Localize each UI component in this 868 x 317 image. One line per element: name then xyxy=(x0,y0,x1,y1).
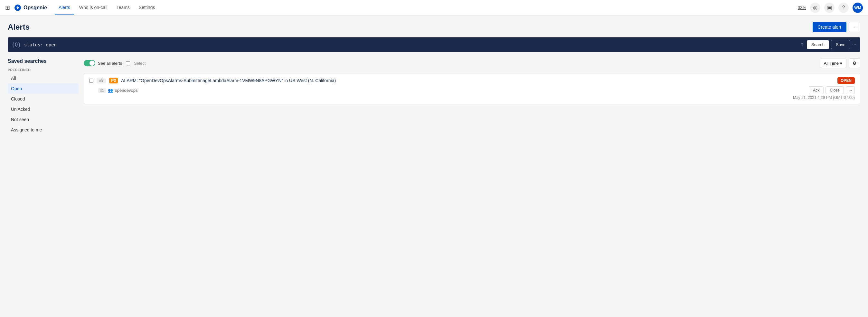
header-actions: Create alert ··· xyxy=(813,22,861,32)
see-all-alerts-label: See all alerts xyxy=(98,61,122,66)
page-title: Alerts xyxy=(8,23,30,32)
see-all-alerts-toggle[interactable] xyxy=(84,60,95,66)
alert-row-bottom: x1 👥 opendevops Ack Close ··· xyxy=(89,86,855,94)
alert-more-button[interactable]: ··· xyxy=(846,86,855,94)
alert-toolbar: See all alerts Select All Time ▾ ⚙ xyxy=(84,56,860,70)
nav-links: Alerts Who is on-call Teams Settings xyxy=(55,0,798,15)
search-button[interactable]: Search xyxy=(807,40,829,49)
search-more-button[interactable]: ··· xyxy=(852,42,857,48)
header-more-button[interactable]: ··· xyxy=(849,22,860,32)
predefined-label: PREDEFINED xyxy=(8,68,79,72)
select-label: Select xyxy=(134,61,146,66)
alert-row-top: #9 P3 ALARM: "OpenDevOpsAlarms-SubmitIma… xyxy=(89,77,855,84)
save-search-button[interactable]: Save xyxy=(831,40,850,49)
alert-team: x1 👥 opendevops xyxy=(98,88,137,93)
sidebar-item-closed[interactable]: Closed xyxy=(8,94,79,104)
repeat-badge: x1 xyxy=(98,88,106,93)
nav-oncall[interactable]: Who is on-call xyxy=(75,0,112,15)
alert-priority-badge: P3 xyxy=(109,78,118,83)
filter-button[interactable]: ⚙ xyxy=(849,58,860,68)
logo[interactable]: Opsgenie xyxy=(14,4,47,11)
alert-timestamp: May 21, 2021 4:29 PM (GMT-07:00) xyxy=(89,95,855,100)
user-avatar[interactable]: WM xyxy=(852,3,863,13)
search-help-icon[interactable]: ? xyxy=(801,42,804,47)
chevron-down-icon: ▾ xyxy=(840,61,842,66)
sidebar-item-assigned-to-me[interactable]: Assigned to me xyxy=(8,125,79,135)
alert-checkbox[interactable] xyxy=(89,79,93,83)
toolbar-right: All Time ▾ ⚙ xyxy=(820,58,860,68)
main-container: Alerts Create alert ··· {Q} ? Search Sav… xyxy=(0,16,868,317)
select-all-checkbox[interactable] xyxy=(126,61,130,65)
opsgenie-logo-icon xyxy=(14,4,22,11)
create-alert-button[interactable]: Create alert xyxy=(813,22,846,32)
help-icon-btn[interactable]: ? xyxy=(838,3,849,13)
sidebar-item-not-seen[interactable]: Not seen xyxy=(8,114,79,125)
query-icon: {Q} xyxy=(11,41,21,48)
top-navigation: ⊞ Opsgenie Alerts Who is on-call Teams S… xyxy=(0,0,868,16)
topnav-right: 33% ◎ ▣ ? WM xyxy=(798,3,863,13)
saved-searches-title: Saved searches xyxy=(8,58,79,64)
alert-title[interactable]: ALARM: "OpenDevOpsAlarms-SubmitImageLamb… xyxy=(121,78,834,83)
content-area: Saved searches PREDEFINED All Open Close… xyxy=(0,56,868,317)
time-filter-label: All Time xyxy=(824,61,839,66)
team-icon: 👥 xyxy=(108,88,113,93)
compass-icon-btn[interactable]: ◎ xyxy=(810,3,820,13)
ack-button[interactable]: Ack xyxy=(809,86,824,94)
logo-text: Opsgenie xyxy=(24,5,47,11)
sidebar-item-all[interactable]: All xyxy=(8,73,79,83)
close-alert-button[interactable]: Close xyxy=(826,86,844,94)
sidebar-item-unacked[interactable]: Un'Acked xyxy=(8,104,79,114)
page-header: Alerts Create alert ··· xyxy=(0,16,868,37)
sidebar: Saved searches PREDEFINED All Open Close… xyxy=(8,56,79,317)
alert-number: #9 xyxy=(97,78,106,83)
search-input[interactable] xyxy=(24,42,801,47)
alert-list-area: See all alerts Select All Time ▾ ⚙ xyxy=(84,56,860,317)
sidebar-item-open[interactable]: Open xyxy=(8,83,79,94)
nav-settings[interactable]: Settings xyxy=(135,0,159,15)
svg-point-1 xyxy=(17,7,19,9)
alert-status-badge: OPEN xyxy=(837,77,855,84)
search-bar: {Q} ? Search Save ··· xyxy=(8,37,860,52)
nav-alerts[interactable]: Alerts xyxy=(55,0,74,15)
toolbar-left: See all alerts Select xyxy=(84,60,146,66)
percent-link[interactable]: 33% xyxy=(798,5,806,10)
time-filter-dropdown[interactable]: All Time ▾ xyxy=(820,59,846,68)
team-name[interactable]: opendevops xyxy=(115,88,138,93)
toggle-container: See all alerts xyxy=(84,60,122,66)
notification-icon-btn[interactable]: ▣ xyxy=(824,3,835,13)
alert-card: #9 P3 ALARM: "OpenDevOpsAlarms-SubmitIma… xyxy=(84,73,860,104)
grid-icon[interactable]: ⊞ xyxy=(5,4,10,11)
alert-actions: Ack Close ··· xyxy=(809,86,855,94)
nav-teams[interactable]: Teams xyxy=(113,0,134,15)
